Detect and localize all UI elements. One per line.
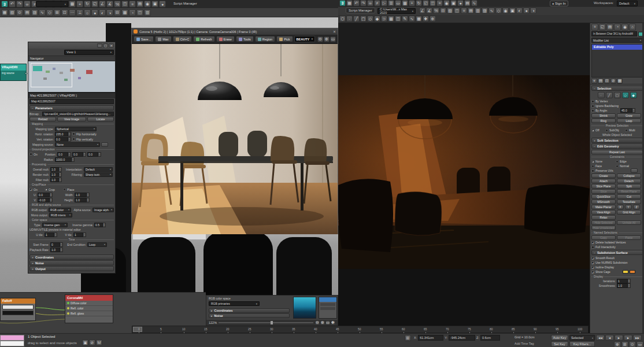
select-and-move-icon[interactable]: + [409,0,415,6]
motion-tab-icon[interactable]: ◔ [614,24,621,31]
zoom-out-icon[interactable]: ⊖ [317,36,323,42]
coronamtl-node[interactable]: CoronaMtl Diffuse colorRefl. colorRefl. … [65,294,113,323]
show-end-result-icon[interactable]: ▤ [598,78,604,84]
btn-x[interactable]: X [617,205,624,209]
btn-hide-selected[interactable]: Hide Selected [591,220,616,225]
max-button[interactable]: Max [155,36,171,42]
by-vertex-checkbox[interactable]: By Vertex [591,99,643,103]
element-mode-icon[interactable]: ◆ [374,16,380,22]
array-tool-icon[interactable]: ⊞ [54,9,61,16]
stack-item-editable-poly[interactable]: Editable Poly [592,45,642,50]
spin-0-0[interactable]: 0.0▴▾ [57,152,71,157]
bitmap-path-field[interactable]: \\pt-nas\Dil_vision\Dil-Light\hdri\Heave… [42,112,114,116]
mapping-type-combo[interactable]: Spherical▾ [55,127,97,131]
select-and-rotate-icon[interactable]: ↻ [84,1,91,8]
falloff-color1-swatch[interactable] [2,305,34,309]
btn-hide-unselected[interactable]: Hide Unselected [591,226,616,230]
hierarchy-tab-icon[interactable]: ▤ [606,24,613,31]
chk-isoline-display[interactable]: ✓Isoline Display [591,265,643,269]
row-noise[interactable]: +Noise [29,260,114,265]
btn-view-align[interactable]: View Align [591,210,616,215]
btn-unhide-all[interactable]: Unhide All [617,220,641,225]
set-key-button[interactable]: Set Key [551,341,568,347]
selection-lock-toggle-icon[interactable]: ⊘ [89,339,95,346]
edge-subobject-icon[interactable]: ╱ [606,92,613,98]
minimize-button[interactable]: — [97,43,102,47]
iterations-spinner[interactable]: 1▴▾ [617,279,631,283]
btn-locate[interactable]: Locate [87,117,114,121]
material-editor-icon[interactable]: ◉ [144,1,151,8]
radio-face[interactable]: Face [591,164,615,168]
make-unique-icon[interactable]: ⊟ [604,78,610,84]
rectangular-selection-region-icon[interactable]: ▭ [395,0,401,6]
render-production-icon[interactable]: ● [523,8,530,14]
project-path-combo[interactable]: C:\Users\W...x Max 2020▾ [377,8,416,14]
btn-slice-plane[interactable]: Slice Plane [591,184,616,189]
navigator-header[interactable]: Navigator [28,56,115,61]
radio-off[interactable]: Off [591,128,604,132]
select-and-scale-icon[interactable]: ◱ [91,1,98,8]
chk-show-cage[interactable]: ✓Show Cage [591,270,621,274]
tools-button[interactable]: Tools [236,36,254,42]
layer-manager-icon[interactable]: ▤ [24,9,31,16]
object-name-field[interactable]: In Between Char 3K1 by AndroidM [591,31,637,36]
row-selection[interactable]: −Selection [591,86,643,91]
max-logo-icon[interactable]: 3 [339,0,346,6]
corona-titlebar[interactable]: Corona 5 (Hotfix 2) | 1012x759px (1:1) |… [132,28,338,35]
utilities-tab-icon[interactable]: ⌂ [629,24,636,31]
row-soft-selection[interactable]: +Soft Selection [591,138,643,143]
copy-button[interactable]: Ctrl+C [173,36,193,42]
play-animation-icon[interactable]: ▶ [615,335,623,341]
select-and-rotate-icon[interactable]: ↻ [416,0,422,6]
polygon-subobject-icon[interactable]: ◇ [622,92,629,98]
zoom-region-icon[interactable]: ▭ [636,341,643,347]
btn-msmooth[interactable]: MSmooth [591,200,616,204]
zoom-out-icon[interactable]: ⊖ [315,320,320,325]
material-slot-refl-gloss[interactable]: Refl. gloss [65,311,113,316]
manage-scene-icon[interactable]: ▥ [144,9,151,16]
chk-delete-isolated-vertices[interactable]: ✓Delete Isolated Vertices [591,241,643,244]
btn-grid-align[interactable]: Grid Align [617,210,641,215]
redo-icon[interactable]: ↷ [16,1,23,8]
edit-named-selections-icon[interactable]: ▧ [9,9,16,16]
radio-none[interactable]: None [591,160,615,163]
selection-sets-icon[interactable]: ▦ [416,16,422,22]
preserve-uvs-checkbox[interactable]: Preserve UVs [591,169,630,172]
select-link-icon[interactable]: ∞ [367,0,373,6]
render-setup-icon[interactable]: ▣ [151,1,158,8]
populate-icon[interactable]: ⊕ [430,16,436,22]
named-selection-set-combo[interactable]: ▾ [36,1,68,7]
place-highlight-icon[interactable]: ☼ [84,9,91,16]
spin-1-0[interactable]: 1.0▴▾ [75,193,90,197]
schematic-view-icon[interactable]: ◇ [46,9,53,16]
border-subobject-icon[interactable]: ▢ [614,92,621,98]
render-setup-icon[interactable]: ▣ [450,0,457,6]
btn-z[interactable]: Z [633,205,640,209]
curve-editor-open-icon[interactable]: ∿ [488,8,495,14]
btn-relax[interactable]: Relax [591,215,616,220]
btn-copy[interactable]: Copy [591,235,616,240]
isolate-selection-icon[interactable]: ⊙ [16,9,23,16]
bitmap-node[interactable] [319,297,337,319]
btn-paste[interactable]: Paste [617,235,641,240]
remove-modifier-icon[interactable]: ⊘ [610,78,616,84]
row-parameters[interactable]: −Parameters [29,105,114,110]
hdri-preview-thumbnail[interactable] [293,297,316,319]
close-icon[interactable]: ✕ [333,29,336,34]
coordinates-rollout[interactable]: ▸Coordinates [209,308,290,313]
ignore-backfacing-checkbox[interactable]: Ignore Backfacing [591,104,643,108]
preserve-uvs-settings-button[interactable] [631,168,638,173]
btn-ring[interactable]: Ring [591,119,616,123]
normal-align-icon[interactable]: ⊥ [76,9,83,16]
align-tool-icon[interactable]: ≡ [461,8,467,14]
curve-editor-icon[interactable]: ∿ [471,0,478,6]
chk-smooth-result[interactable]: ✓Smooth Result [591,256,643,260]
toggle-layer-explorer-icon[interactable]: ▥ [475,8,481,14]
combo-inverse-gam[interactable]: Inverse gam▾ [42,223,68,227]
material-slot-diffuse-color[interactable]: Diffuse color [65,301,113,306]
unlink-selection-icon[interactable]: ≠ [374,0,380,6]
horiz-rotation-spinner[interactable]: 235.0▴▾ [55,132,71,136]
chk-full-interactivity[interactable]: Full Interactivity [591,245,643,249]
flip-horizontally-checkbox[interactable]: Flip horizontally [72,132,114,136]
spin-1[interactable]: 1▴▾ [45,232,57,237]
